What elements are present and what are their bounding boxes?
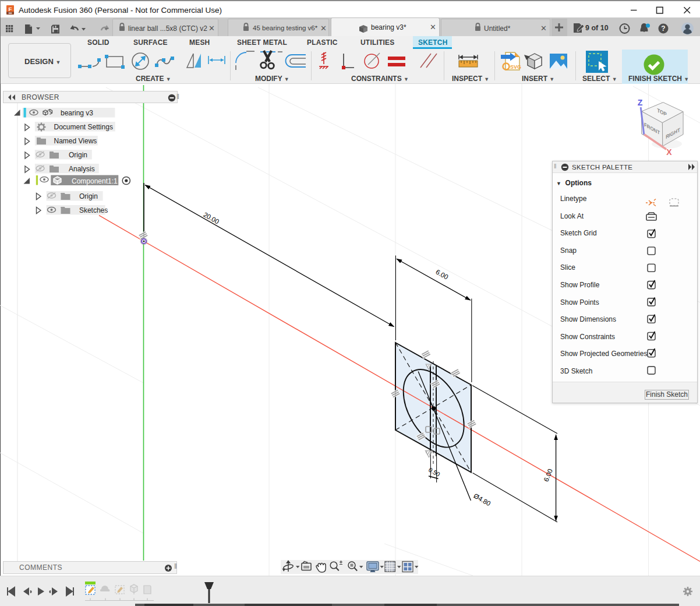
svg-text:SVG: SVG <box>510 64 521 70</box>
svg-text:Analysis: Analysis <box>69 165 95 173</box>
svg-text:Document Settings: Document Settings <box>54 123 113 131</box>
svg-text:Origin: Origin <box>69 151 87 159</box>
svg-text:F: F <box>9 6 12 12</box>
svg-text:360: 360 <box>9 12 12 15</box>
svg-text:Sketches: Sketches <box>79 206 108 214</box>
svg-text:6.00: 6.00 <box>543 468 554 482</box>
svg-text:Origin: Origin <box>79 192 98 200</box>
svg-text:Component1:1: Component1:1 <box>72 177 118 185</box>
svg-text:Ø4.80: Ø4.80 <box>472 492 492 508</box>
svg-text:bearing v3: bearing v3 <box>61 109 93 117</box>
svg-text:X: X <box>666 147 672 157</box>
svg-text:Named Views: Named Views <box>54 137 97 145</box>
svg-text:20.00: 20.00 <box>202 211 220 226</box>
svg-text:?: ? <box>661 24 665 33</box>
svg-text:Z: Z <box>638 98 643 107</box>
